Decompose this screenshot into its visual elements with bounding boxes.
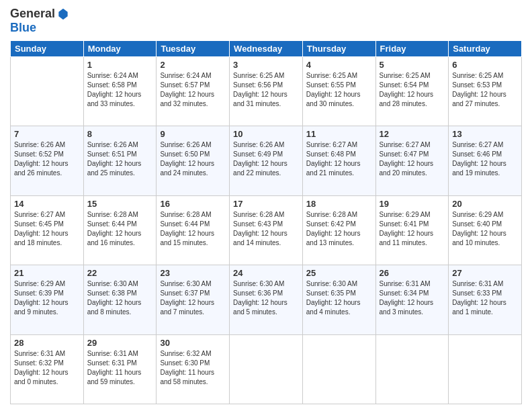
day-number: 10 [233, 129, 299, 139]
calendar-cell: 17Sunrise: 6:28 AM Sunset: 6:43 PM Dayli… [230, 195, 303, 265]
cell-content: Sunrise: 6:27 AM Sunset: 6:46 PM Dayligh… [452, 140, 518, 178]
logo-blue-text: Blue [10, 21, 36, 35]
day-number: 25 [306, 268, 372, 278]
calendar-cell: 16Sunrise: 6:28 AM Sunset: 6:44 PM Dayli… [157, 195, 230, 265]
cell-content: Sunrise: 6:29 AM Sunset: 6:40 PM Dayligh… [452, 210, 518, 248]
calendar-day-header: Monday [83, 41, 157, 57]
cell-content: Sunrise: 6:31 AM Sunset: 6:32 PM Dayligh… [14, 349, 80, 387]
calendar-cell [375, 334, 449, 404]
cell-content: Sunrise: 6:30 AM Sunset: 6:38 PM Dayligh… [87, 279, 153, 317]
cell-content: Sunrise: 6:28 AM Sunset: 6:44 PM Dayligh… [160, 210, 226, 248]
cell-content: Sunrise: 6:30 AM Sunset: 6:36 PM Dayligh… [233, 279, 299, 317]
cell-content: Sunrise: 6:30 AM Sunset: 6:35 PM Dayligh… [306, 279, 372, 317]
calendar-cell [302, 334, 375, 404]
day-number: 22 [87, 268, 153, 278]
calendar-cell: 28Sunrise: 6:31 AM Sunset: 6:32 PM Dayli… [11, 334, 84, 404]
cell-content: Sunrise: 6:28 AM Sunset: 6:43 PM Dayligh… [233, 210, 299, 248]
calendar-cell [449, 334, 522, 404]
calendar-day-header: Sunday [11, 41, 84, 57]
calendar-cell: 24Sunrise: 6:30 AM Sunset: 6:36 PM Dayli… [230, 265, 303, 334]
day-number: 9 [160, 129, 226, 139]
day-number: 26 [380, 268, 445, 278]
cell-content: Sunrise: 6:32 AM Sunset: 6:30 PM Dayligh… [160, 349, 226, 387]
cell-content: Sunrise: 6:27 AM Sunset: 6:48 PM Dayligh… [306, 140, 372, 178]
cell-content: Sunrise: 6:29 AM Sunset: 6:41 PM Dayligh… [380, 210, 445, 248]
day-number: 28 [14, 338, 80, 348]
day-number: 5 [380, 60, 445, 70]
calendar-header-row: SundayMondayTuesdayWednesdayThursdayFrid… [11, 41, 522, 57]
logo-icon [56, 7, 70, 21]
calendar-cell: 29Sunrise: 6:31 AM Sunset: 6:31 PM Dayli… [83, 334, 157, 404]
calendar-cell: 11Sunrise: 6:27 AM Sunset: 6:48 PM Dayli… [302, 126, 375, 195]
day-number: 7 [14, 129, 80, 139]
day-number: 11 [306, 129, 372, 139]
day-number: 14 [14, 199, 80, 209]
calendar-day-header: Tuesday [157, 41, 230, 57]
day-number: 3 [233, 60, 299, 70]
calendar-cell: 12Sunrise: 6:27 AM Sunset: 6:47 PM Dayli… [375, 126, 449, 195]
day-number: 18 [306, 199, 372, 209]
calendar-day-header: Wednesday [230, 41, 303, 57]
calendar-cell: 18Sunrise: 6:28 AM Sunset: 6:42 PM Dayli… [302, 195, 375, 265]
calendar-cell: 23Sunrise: 6:30 AM Sunset: 6:37 PM Dayli… [157, 265, 230, 334]
calendar-week-row: 21Sunrise: 6:29 AM Sunset: 6:39 PM Dayli… [11, 265, 522, 334]
calendar-cell: 5Sunrise: 6:25 AM Sunset: 6:54 PM Daylig… [375, 57, 449, 126]
day-number: 30 [160, 338, 226, 348]
cell-content: Sunrise: 6:31 AM Sunset: 6:31 PM Dayligh… [87, 349, 153, 387]
calendar-day-header: Saturday [449, 41, 522, 57]
calendar-cell: 6Sunrise: 6:25 AM Sunset: 6:53 PM Daylig… [449, 57, 522, 126]
calendar-day-header: Thursday [302, 41, 375, 57]
cell-content: Sunrise: 6:29 AM Sunset: 6:39 PM Dayligh… [14, 279, 80, 317]
day-number: 20 [452, 199, 518, 209]
calendar-week-row: 1Sunrise: 6:24 AM Sunset: 6:58 PM Daylig… [11, 57, 522, 126]
cell-content: Sunrise: 6:24 AM Sunset: 6:57 PM Dayligh… [160, 71, 226, 109]
calendar-cell: 1Sunrise: 6:24 AM Sunset: 6:58 PM Daylig… [83, 57, 157, 126]
calendar-cell: 13Sunrise: 6:27 AM Sunset: 6:46 PM Dayli… [449, 126, 522, 195]
cell-content: Sunrise: 6:26 AM Sunset: 6:52 PM Dayligh… [14, 140, 80, 178]
calendar-cell: 2Sunrise: 6:24 AM Sunset: 6:57 PM Daylig… [157, 57, 230, 126]
calendar-day-header: Friday [375, 41, 449, 57]
day-number: 4 [306, 60, 372, 70]
calendar-cell: 27Sunrise: 6:31 AM Sunset: 6:33 PM Dayli… [449, 265, 522, 334]
cell-content: Sunrise: 6:31 AM Sunset: 6:34 PM Dayligh… [380, 279, 445, 317]
calendar-cell: 26Sunrise: 6:31 AM Sunset: 6:34 PM Dayli… [375, 265, 449, 334]
day-number: 23 [160, 268, 226, 278]
cell-content: Sunrise: 6:28 AM Sunset: 6:44 PM Dayligh… [87, 210, 153, 248]
calendar-week-row: 7Sunrise: 6:26 AM Sunset: 6:52 PM Daylig… [11, 126, 522, 195]
calendar-cell: 19Sunrise: 6:29 AM Sunset: 6:41 PM Dayli… [375, 195, 449, 265]
cell-content: Sunrise: 6:30 AM Sunset: 6:37 PM Dayligh… [160, 279, 226, 317]
calendar-cell [11, 57, 84, 126]
calendar-cell: 15Sunrise: 6:28 AM Sunset: 6:44 PM Dayli… [83, 195, 157, 265]
day-number: 17 [233, 199, 299, 209]
day-number: 1 [87, 60, 153, 70]
cell-content: Sunrise: 6:31 AM Sunset: 6:33 PM Dayligh… [452, 279, 518, 317]
calendar-cell: 10Sunrise: 6:26 AM Sunset: 6:49 PM Dayli… [230, 126, 303, 195]
day-number: 29 [87, 338, 153, 348]
calendar-cell: 9Sunrise: 6:26 AM Sunset: 6:50 PM Daylig… [157, 126, 230, 195]
cell-content: Sunrise: 6:25 AM Sunset: 6:54 PM Dayligh… [380, 71, 445, 109]
day-number: 2 [160, 60, 226, 70]
day-number: 15 [87, 199, 153, 209]
calendar-cell: 7Sunrise: 6:26 AM Sunset: 6:52 PM Daylig… [11, 126, 84, 195]
cell-content: Sunrise: 6:25 AM Sunset: 6:56 PM Dayligh… [233, 71, 299, 109]
cell-content: Sunrise: 6:24 AM Sunset: 6:58 PM Dayligh… [87, 71, 153, 109]
cell-content: Sunrise: 6:26 AM Sunset: 6:50 PM Dayligh… [160, 140, 226, 178]
day-number: 27 [452, 268, 518, 278]
cell-content: Sunrise: 6:26 AM Sunset: 6:51 PM Dayligh… [87, 140, 153, 178]
header: General Blue [10, 7, 522, 35]
calendar-cell: 22Sunrise: 6:30 AM Sunset: 6:38 PM Dayli… [83, 265, 157, 334]
calendar-week-row: 14Sunrise: 6:27 AM Sunset: 6:45 PM Dayli… [11, 195, 522, 265]
calendar-cell: 21Sunrise: 6:29 AM Sunset: 6:39 PM Dayli… [11, 265, 84, 334]
cell-content: Sunrise: 6:26 AM Sunset: 6:49 PM Dayligh… [233, 140, 299, 178]
calendar-cell: 20Sunrise: 6:29 AM Sunset: 6:40 PM Dayli… [449, 195, 522, 265]
calendar-table: SundayMondayTuesdayWednesdayThursdayFrid… [10, 40, 522, 404]
calendar-week-row: 28Sunrise: 6:31 AM Sunset: 6:32 PM Dayli… [11, 334, 522, 404]
day-number: 19 [380, 199, 445, 209]
calendar-cell [230, 334, 303, 404]
day-number: 8 [87, 129, 153, 139]
cell-content: Sunrise: 6:25 AM Sunset: 6:55 PM Dayligh… [306, 71, 372, 109]
calendar-cell: 3Sunrise: 6:25 AM Sunset: 6:56 PM Daylig… [230, 57, 303, 126]
cell-content: Sunrise: 6:27 AM Sunset: 6:45 PM Dayligh… [14, 210, 80, 248]
logo: General Blue [10, 7, 70, 35]
day-number: 13 [452, 129, 518, 139]
